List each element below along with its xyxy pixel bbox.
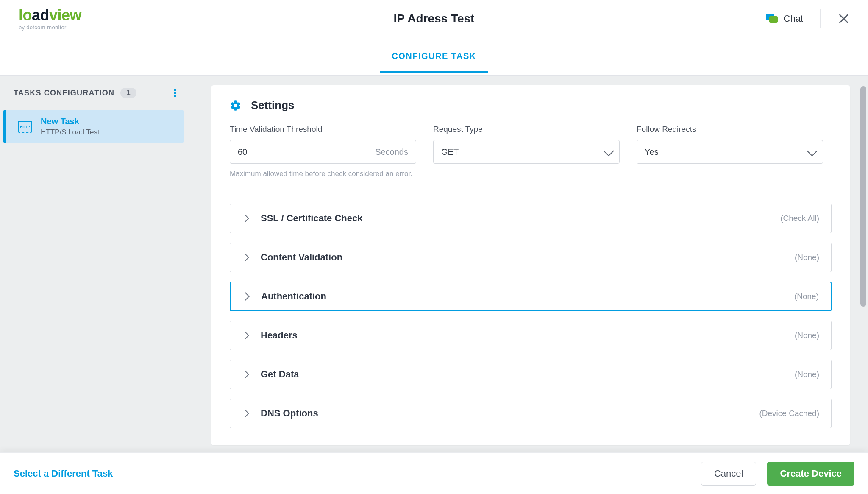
settings-header: Settings xyxy=(230,99,832,112)
accordion-row[interactable]: Headers(None) xyxy=(230,321,832,350)
close-icon[interactable] xyxy=(837,13,849,25)
chat-icon xyxy=(766,14,778,24)
scrollbar-track[interactable] xyxy=(860,86,866,442)
settings-panel: Settings Time Validation Threshold 60 Se… xyxy=(211,85,850,445)
chevron-right-icon xyxy=(241,331,249,340)
task-type: HTTP/S Load Test xyxy=(41,128,100,137)
chevron-right-icon xyxy=(241,292,250,301)
logo-part-ad: ad xyxy=(32,6,49,24)
accordion-title: Authentication xyxy=(261,291,326,302)
accordion-row[interactable]: DNS Options(Device Cached) xyxy=(230,399,832,428)
chevron-right-icon xyxy=(241,370,249,379)
task-count-badge: 1 xyxy=(120,88,136,98)
vertical-divider xyxy=(820,9,821,28)
accordion-title: SSL / Certificate Check xyxy=(261,213,362,224)
accordion-title: Content Validation xyxy=(261,252,342,263)
select-request-type[interactable]: GET xyxy=(433,140,620,164)
settings-title: Settings xyxy=(251,99,295,112)
label-time-threshold: Time Validation Threshold xyxy=(230,125,416,134)
task-text: New Task HTTP/S Load Test xyxy=(41,117,100,137)
accordion-row[interactable]: SSL / Certificate Check(Check All) xyxy=(230,204,832,233)
sidebar: TASKS CONFIGURATION 1 HTTP New Task HTTP… xyxy=(0,76,193,452)
accordion-meta: (None) xyxy=(794,292,819,301)
field-follow-redirects: Follow Redirects Yes xyxy=(637,125,823,178)
field-request-type: Request Type GET xyxy=(433,125,620,178)
accordion-meta: (Device Cached) xyxy=(760,409,820,418)
create-device-button[interactable]: Create Device xyxy=(767,462,854,486)
main-area: TASKS CONFIGURATION 1 HTTP New Task HTTP… xyxy=(0,76,868,452)
logo-subtitle: by dotcom-monitor xyxy=(19,25,81,30)
footer: Select a Different Task Cancel Create De… xyxy=(0,452,868,494)
accordion-meta: (None) xyxy=(795,331,819,340)
unit-time-threshold: Seconds xyxy=(375,147,408,157)
field-time-threshold: Time Validation Threshold 60 Seconds Max… xyxy=(230,125,416,178)
logo: loadview by dotcom-monitor xyxy=(19,8,81,30)
tab-row: CONFIGURE TASK xyxy=(0,37,868,75)
chevron-right-icon xyxy=(241,253,249,262)
value-time-threshold: 60 xyxy=(238,147,375,157)
kebab-menu-icon[interactable] xyxy=(170,88,180,98)
accordion-row[interactable]: Content Validation(None) xyxy=(230,243,832,272)
label-follow-redirects: Follow Redirects xyxy=(637,125,823,134)
title-underline xyxy=(279,36,589,36)
chevron-right-icon xyxy=(241,214,249,223)
accordion-meta: (None) xyxy=(795,253,819,262)
settings-fields: Time Validation Threshold 60 Seconds Max… xyxy=(230,125,832,178)
chat-button[interactable]: Chat xyxy=(766,13,803,24)
value-follow-redirects: Yes xyxy=(645,147,807,157)
gear-icon xyxy=(230,100,242,112)
value-request-type: GET xyxy=(441,147,604,157)
logo-part-lo: lo xyxy=(19,6,32,24)
chat-label: Chat xyxy=(784,13,803,24)
sidebar-task-item[interactable]: HTTP New Task HTTP/S Load Test xyxy=(3,110,184,143)
top-header: loadview by dotcom-monitor IP Adress Tes… xyxy=(0,0,868,37)
tab-configure-task[interactable]: CONFIGURE TASK xyxy=(380,39,488,73)
accordion-title: Headers xyxy=(261,330,298,341)
http-icon: HTTP xyxy=(18,121,32,133)
header-right: Chat xyxy=(766,9,849,28)
chevron-down-icon xyxy=(807,145,817,156)
input-time-threshold[interactable]: 60 Seconds xyxy=(230,140,416,164)
page-title: IP Adress Test xyxy=(0,12,868,25)
select-follow-redirects[interactable]: Yes xyxy=(637,140,823,164)
footer-buttons: Cancel Create Device xyxy=(701,462,854,486)
sidebar-header: TASKS CONFIGURATION 1 xyxy=(0,88,193,106)
task-name: New Task xyxy=(41,117,100,126)
logo-part-view: view xyxy=(49,6,81,24)
chevron-down-icon xyxy=(603,145,614,156)
scrollbar-thumb[interactable] xyxy=(860,86,866,307)
accordion-meta: (None) xyxy=(795,370,819,379)
sidebar-title: TASKS CONFIGURATION xyxy=(14,89,114,98)
accordion-title: DNS Options xyxy=(261,408,318,419)
accordion-row[interactable]: Authentication(None) xyxy=(230,282,832,311)
cancel-button[interactable]: Cancel xyxy=(701,462,756,486)
hint-time-threshold: Maximum allowed time before check consid… xyxy=(230,170,416,178)
select-different-task-link[interactable]: Select a Different Task xyxy=(14,468,113,479)
accordion-list: SSL / Certificate Check(Check All)Conten… xyxy=(230,204,832,428)
accordion-meta: (Check All) xyxy=(780,214,819,223)
content-wrap: Settings Time Validation Threshold 60 Se… xyxy=(193,76,868,452)
logo-text: loadview xyxy=(19,8,81,23)
chevron-right-icon xyxy=(241,409,249,418)
accordion-row[interactable]: Get Data(None) xyxy=(230,360,832,389)
accordion-title: Get Data xyxy=(261,369,299,380)
label-request-type: Request Type xyxy=(433,125,620,134)
